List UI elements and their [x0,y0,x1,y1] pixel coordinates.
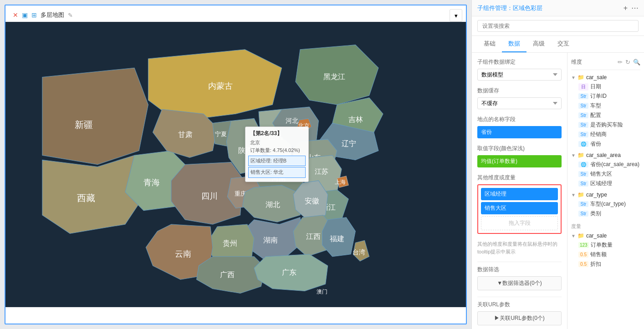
type-tag-str8: Str [578,201,588,207]
url-section: 关联URL参数 ▶关联URL参数(0个) [477,301,562,325]
svg-text:江苏: 江苏 [315,167,328,175]
svg-text:西藏: 西藏 [77,193,95,203]
data-binding-label: 子组件数据绑定 [477,58,562,66]
other-dim2[interactable]: 销售大区 [481,202,558,214]
item-name-cartype: 车型 [590,102,601,110]
data-binding-select[interactable]: 数据模型 [477,69,562,81]
dim-item-insurance[interactable]: Str 是否购买车险 [571,120,640,130]
group-name-car-type: car_type [586,192,607,198]
map-panel: ✕ ▣ ⊞ 多层地图 ✎ ▾ 新疆 西藏 青海 内蒙古 黑龙江 [0,0,471,329]
item-name-discount: 折扣 [590,260,601,268]
folder-icon2: 📁 [578,152,584,158]
dim-item-category[interactable]: Str 类别 [571,209,640,218]
item-name-area-manager: 区域经理 [590,180,612,187]
chevron-down-icon: ▼ [571,75,576,80]
dim-item-config[interactable]: Str 配置 [571,111,640,120]
tab-data[interactable]: 数据 [502,36,526,52]
search-dim-icon[interactable]: 🔍 [633,59,640,66]
panel-header-title: 子组件管理：区域色彩层 [477,4,542,12]
svg-text:上海: 上海 [335,179,346,185]
dim-item-date[interactable]: 日 日期 [571,82,640,91]
search-input[interactable] [477,20,639,32]
edit-icon[interactable]: ✎ [68,12,73,19]
add-icon[interactable]: + [624,4,628,12]
dim-group-car-sale: ▼ 📁 car_sale 日 日期 Str 订单ID Str 车型 Str [571,73,640,149]
dim-group-car-type-header[interactable]: ▼ 📁 car_type [571,190,640,199]
dim-item-cartype[interactable]: Str 车型 [571,101,640,111]
color-field-value[interactable]: 均值(订单数量) [477,155,562,167]
filter-button[interactable]: ▼数据筛选器(0个) [477,276,562,290]
dim-group-car-sale-area: ▼ 📁 car_sale_area 🌐 省份(car_sale_area) St… [571,151,640,188]
location-field-section: 地点的名称字段 省份 [477,116,562,138]
dim-item-province[interactable]: 🌐 省份 [571,139,640,149]
item-name-sales-amount: 销售额 [590,251,607,258]
square-icon[interactable]: ▣ [22,11,28,19]
tooltip-note-section: 其他的维度和度量将在鼠标悬停时的tooltip提示中展示 [477,240,562,255]
svg-text:江西: 江西 [306,233,321,240]
dim-item-sales-amount[interactable]: 0.5 销售额 [571,250,640,259]
dim-item-area-manager[interactable]: Str 区域经理 [571,179,640,188]
map-container: ✕ ▣ ⊞ 多层地图 ✎ ▾ 新疆 西藏 青海 内蒙古 黑龙江 [5,5,467,324]
chevron-down-icon4: ▼ [571,233,576,238]
svg-text:内蒙古: 内蒙古 [208,81,233,91]
dim-item-discount[interactable]: 0.5 折扣 [571,259,640,269]
item-name-sales-region: 销售大区 [590,170,612,178]
dim-item-orderid[interactable]: Str 订单ID [571,91,640,101]
svg-text:甘肃: 甘肃 [178,131,193,138]
edit-dim-icon[interactable]: ✏ [618,59,623,66]
svg-marker-1 [42,68,148,164]
dim-group-car-sale-area-header[interactable]: ▼ 📁 car_sale_area [571,151,640,160]
tab-basic[interactable]: 基础 [477,36,502,52]
cache-select[interactable]: 不缓存 [477,97,562,109]
type-tag-date: 日 [578,83,588,91]
item-name-province-area: 省份(car_sale_area) [590,161,639,168]
svg-text:宁夏: 宁夏 [215,131,227,137]
type-tag-str3: Str [578,112,588,118]
filter-section: 数据筛选 ▼数据筛选器(0个) [477,266,562,290]
location-field-label: 地点的名称字段 [477,116,562,123]
svg-text:湖北: 湖北 [266,201,280,208]
svg-text:湖南: 湖南 [263,236,278,244]
type-tag-str5: Str [578,132,588,137]
chevron-down-icon2: ▼ [571,153,576,158]
svg-text:云南: 云南 [175,249,191,258]
map-dropdown-button[interactable]: ▾ [450,9,462,22]
dim-item-order-count[interactable]: 123 订单数量 [571,240,640,250]
dim-group-car-sale-header[interactable]: ▼ 📁 car_sale [571,73,640,82]
panel-header-subtitle: 区域色彩层 [513,5,542,11]
dim-group-car-type: ▼ 📁 car_type Str 车型(car_type) Str 类别 [571,190,640,218]
type-tag-str2: Str [578,103,588,109]
dim-group-measure-car-sale-header[interactable]: ▼ 📁 car_sale [571,231,640,240]
separator2 [477,297,562,297]
item-name-date: 日期 [590,83,601,91]
dim-item-dealer[interactable]: Str 经销商 [571,130,640,139]
tabs: 基础 数据 高级 交互 [472,36,644,53]
close-icon[interactable]: ✕ [13,11,18,19]
tab-advanced[interactable]: 高级 [526,36,551,52]
svg-text:四川: 四川 [201,192,218,201]
type-tag-str9: Str [578,211,588,217]
dim-item-province-area[interactable]: 🌐 省份(car_sale_area) [571,160,640,169]
config-area: 子组件数据绑定 数据模型 数据缓存 不缓存 地点的名称字段 省份 取值字段(颜色… [472,53,567,329]
filter-label: 数据筛选 [477,266,562,273]
location-field-value[interactable]: 省份 [477,126,562,138]
type-tag-str: Str [578,93,588,99]
item-name-province: 省份 [590,140,601,148]
item-name-dealer: 经销商 [590,131,607,138]
tooltip-location: 北京 [250,139,304,147]
dimension-label: 维度 [571,58,582,66]
svg-text:新疆: 新疆 [75,120,93,130]
dim-item-car-type-name[interactable]: Str 车型(car_type) [571,199,640,209]
dim-item-sales-region[interactable]: Str 销售大区 [571,169,640,179]
refresh-dim-icon[interactable]: ↻ [625,59,630,66]
cross-icon[interactable]: ⊞ [31,11,37,19]
tooltip-rank: 【第2名/33】 [250,130,304,137]
more-icon[interactable]: ⋯ [631,4,639,12]
item-name-car-type-name: 车型(car_type) [590,200,626,208]
svg-text:青海: 青海 [143,178,160,187]
svg-text:广西: 广西 [220,271,235,278]
url-button[interactable]: ▶关联URL参数(0个) [477,311,562,325]
tab-interact[interactable]: 交互 [551,36,576,52]
svg-text:吉林: 吉林 [348,116,363,123]
other-dim1[interactable]: 区域经理 [481,188,558,200]
